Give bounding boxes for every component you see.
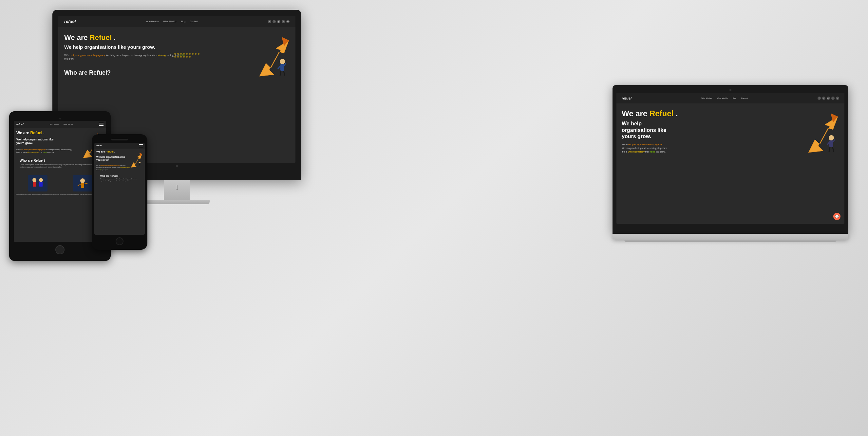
laptop-winning-text: winning strategy [628,150,645,153]
tablet-we-are: We are [17,131,30,135]
imac-camera [176,165,178,167]
svg-rect-25 [81,183,84,188]
phone-who-section: Who are Refuel? This is a description ab… [94,173,145,184]
tablet-hero-body: We're not your typical marketing agency.… [17,148,77,154]
tablet-winning-text: winning strategy [27,151,39,153]
svg-line-15 [833,147,834,152]
phone-bezel: refuel We are Refuel . We help organisat… [92,134,147,250]
svg-point-22 [39,178,43,182]
tablet-camera [59,118,61,120]
facebook-icon[interactable]: f [268,20,271,23]
phone-who-title: Who are Refuel? [100,175,139,177]
phone-who-body: This is a description about Refuel and w… [100,178,139,182]
imac-dots [174,53,200,58]
laptop-bottom [624,240,837,242]
laptop-brand-name: Refuel [650,109,674,118]
imac-nav-links: Who We Are What We Do Blog Contact [146,20,198,23]
tablet-home-button[interactable] [55,245,64,254]
imac-nav-who[interactable]: Who We Are [146,20,158,23]
laptop-nav: refuel Who We Are What We Do Blog Contac… [616,93,844,103]
googleplus-icon[interactable]: g+ [277,20,280,23]
phone-speaker [112,139,128,140]
tablet-illustration-1 [28,175,48,192]
linkedin-icon[interactable]: in [286,20,289,23]
phone-hamburger[interactable] [139,144,143,147]
laptop-facebook-icon[interactable]: f [817,97,821,100]
tablet-who-body: This is a description about what Refuel … [20,164,100,169]
tablet-brand-name: Refuel [30,131,42,135]
imac-nav: refuel Who We Are What We Do Blog Contac… [58,16,296,27]
scene: refuel Who We Are What We Do Blog Contac… [0,0,868,436]
imac-hero: We are Refuel . We help organisations li… [58,27,296,67]
twitter-icon[interactable]: t [273,20,276,23]
svg-rect-31 [139,163,140,165]
imac-logo: refuel [64,19,76,24]
laptop-rss-icon[interactable]: r [831,97,835,100]
laptop-green-text: helps [650,150,655,153]
phone-website: refuel We are Refuel . We help organisat… [94,143,145,235]
imac-nav-what[interactable]: What We Do [163,20,176,23]
tablet-illustration-2 [73,175,92,192]
tablet-orange-text: not your typical marketing agency [21,148,45,150]
svg-marker-8 [808,116,838,153]
imac-arrow-illustration [253,30,292,83]
svg-rect-23 [39,182,42,187]
laptop-orange-text: not your typical marketing agency [628,143,662,146]
tablet-period: . [43,131,44,135]
laptop-nav-what[interactable]: What We Do [717,97,728,99]
svg-line-12 [827,142,829,145]
laptop-base [613,234,848,240]
svg-rect-11 [829,140,833,147]
svg-line-4 [278,66,280,69]
imac-winning-text: winning [158,54,166,56]
tablet-hamburger[interactable] [99,123,103,126]
phone-hero-body: We're not your typical marketing agency.… [96,165,131,171]
phone-home-button[interactable] [116,237,123,245]
imac-period: . [114,33,116,41]
svg-line-7 [284,71,285,76]
svg-point-20 [32,178,36,182]
svg-line-14 [829,147,830,152]
laptop-nav-who[interactable]: Who We Are [701,97,712,99]
svg-rect-3 [280,64,284,71]
rss-icon[interactable]: r [282,20,285,23]
svg-rect-21 [33,182,36,187]
phone-orange-text: not your typical marketing agency [100,165,119,166]
laptop-device: refuel Who We Are What We Do Blog Contac… [613,85,848,242]
imac-base:  [144,200,210,204]
laptop-hero: We are Refuel . We helporganisations lik… [616,103,844,160]
laptop-nav-links: Who We Are What We Do Blog Contact [701,97,748,99]
svg-marker-28 [131,154,142,167]
laptop-hero-body: We're not your typical marketing agency.… [622,143,752,154]
laptop-linkedin-icon[interactable]: in [836,97,839,100]
tablet-logo: refuel [17,123,24,126]
laptop-we-are: We are [622,109,650,118]
phone-we-are: We are [96,150,105,153]
svg-marker-0 [259,40,289,76]
phone-arrow [128,150,144,170]
laptop-social: f t g+ r in [817,97,839,100]
phone-hero: We are Refuel . We help organisations li… [94,148,145,173]
imac-brand-name: Refuel [90,33,112,41]
imac-nav-blog[interactable]: Blog [181,20,185,23]
imac-we-are: We are [64,33,90,41]
laptop-website: refuel Who We Are What We Do Blog Contac… [616,93,844,224]
laptop-googleplus-icon[interactable]: g+ [827,97,830,100]
phone-nav: refuel [94,143,145,148]
tablet-nav-who[interactable]: Who We Are [50,124,59,125]
svg-point-24 [80,178,85,183]
svg-line-6 [280,71,281,76]
laptop-twitter-icon[interactable]: t [822,97,826,100]
svg-line-26 [78,184,81,186]
laptop-bezel: refuel Who We Are What We Do Blog Contac… [613,85,848,234]
laptop-nav-contact[interactable]: Contact [741,97,748,99]
imac-nav-contact[interactable]: Contact [190,20,198,23]
laptop-nav-blog[interactable]: Blog [733,97,736,99]
laptop-screen: refuel Who We Are What We Do Blog Contac… [616,93,844,224]
imac-orange-text: not your typical marketing agency [71,54,105,56]
phone-brand-name: Refuel [105,150,113,153]
laptop-chat-bubble[interactable]: 💬 [833,213,840,220]
svg-point-10 [829,135,834,140]
tablet-nav-what[interactable]: What We Do [64,124,73,125]
laptop-period: . [676,109,678,118]
